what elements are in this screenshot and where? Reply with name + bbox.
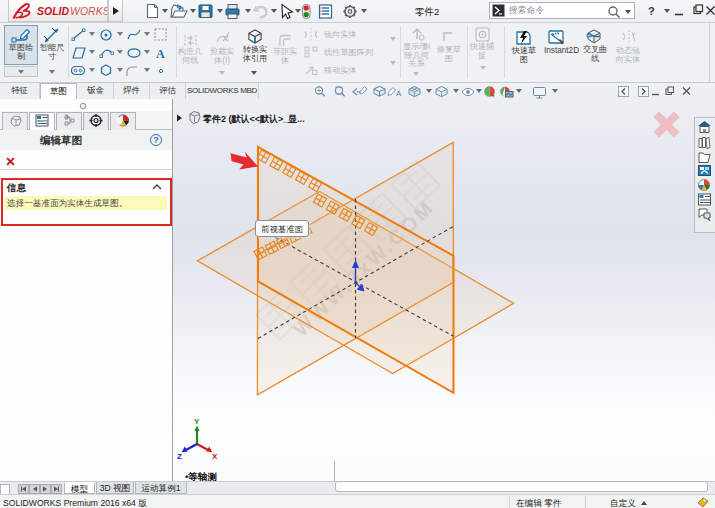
svg-text:Z: Z xyxy=(177,452,182,461)
svg-text:X: X xyxy=(212,452,218,461)
svg-text:WORKS: WORKS xyxy=(70,5,107,17)
svg-text:A: A xyxy=(156,47,165,61)
svg-text:SOLID: SOLID xyxy=(37,5,70,17)
svg-text:A: A xyxy=(396,88,402,97)
svg-text:前视基准面: 前视基准面 xyxy=(261,224,303,234)
svg-text:•等轴测: •等轴测 xyxy=(185,471,217,481)
svg-text:零件2 (默认<<默认>_显...: 零件2 (默认<<默认>_显... xyxy=(202,114,305,124)
svg-text:Y: Y xyxy=(194,417,200,426)
